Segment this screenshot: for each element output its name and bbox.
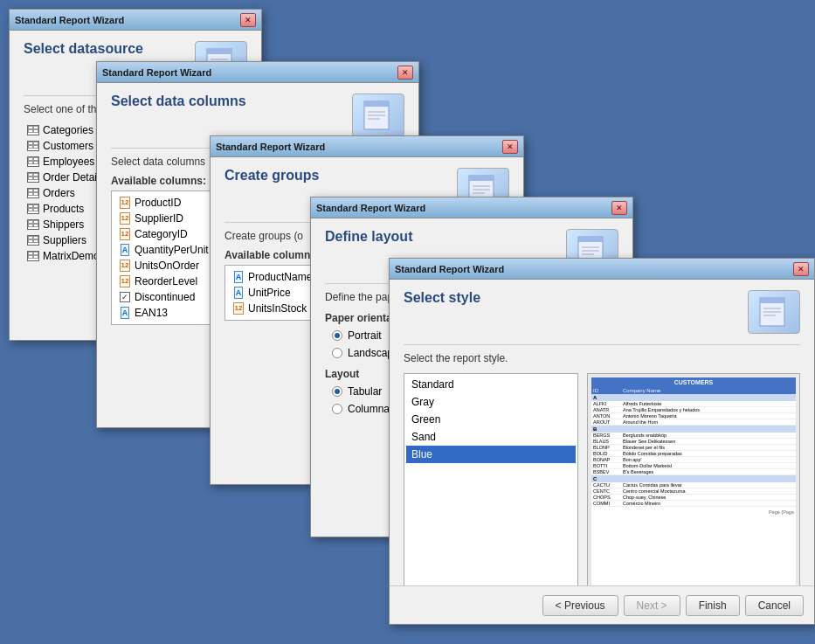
style-name: Green: [411, 413, 440, 426]
win5-footer: < Previous Next > Finish Cancel: [390, 585, 814, 624]
win2-header-icon: [352, 93, 404, 137]
win5-style-list-container: Standard Gray Green Sand Blue: [404, 373, 578, 592]
svg-rect-1: [207, 49, 231, 54]
style-name: Standard: [411, 378, 454, 391]
preview-row: CACTUCactus Comidas para llevar: [591, 482, 796, 488]
preview-row: ANTONAntonio Moreno Taquería: [591, 413, 796, 419]
preview-row: CHOPSChop-suey, Chinese: [591, 495, 796, 501]
preview-row: ANATRAna Trujillo Emparedados y helados: [591, 407, 796, 413]
table-name: Categories: [43, 124, 93, 136]
table-icon: [27, 171, 39, 184]
preview-group-a: A: [591, 394, 796, 401]
table-name: Shippers: [43, 218, 84, 231]
win5-description: Select the report style.: [404, 352, 800, 364]
win1-title: Standard Report Wizard: [15, 15, 124, 25]
svg-rect-11: [469, 176, 494, 181]
table-name: Orders: [43, 187, 75, 199]
style-item-sand[interactable]: Sand: [406, 428, 576, 446]
win1-titlebar: Standard Report Wizard ✕: [10, 10, 261, 31]
table-icon: [27, 203, 39, 215]
svg-rect-21: [760, 298, 784, 303]
preview-row: BONAPBon app': [591, 457, 796, 463]
column-name: SupplierID: [135, 212, 183, 225]
column-name: UnitsOnOrder: [135, 260, 199, 272]
field-icon: 12: [232, 302, 245, 315]
field-icon: 12: [119, 228, 131, 240]
win4-close-btn[interactable]: ✕: [611, 201, 627, 215]
field-icon: 12: [119, 260, 131, 272]
win2-heading: Select data columns: [111, 93, 246, 109]
column-name: EAN13: [135, 307, 168, 319]
preview-col-header: ID Company Name: [591, 387, 796, 394]
columnar-label: Columnar: [348, 403, 393, 415]
preview-group-c: C: [591, 475, 796, 482]
report-icon: [756, 296, 791, 328]
preview-row: BOLIDBólido Comidas preparadas: [591, 451, 796, 457]
preview-row: BLONPBlondeset per el fils: [591, 445, 796, 451]
table-name: Suppliers: [43, 234, 86, 246]
tabular-radio-btn[interactable]: [332, 386, 342, 397]
win5-preview-inner: CUSTOMERS ID Company Name A ALFKIAlfreds…: [591, 377, 796, 587]
table-icon: [27, 124, 39, 136]
column-name: ReorderLevel: [135, 275, 197, 287]
win1-controls: ✕: [240, 13, 256, 27]
win3-heading: Create groups: [224, 168, 319, 184]
win5-style-list: Standard Gray Green Sand Blue: [404, 373, 578, 592]
column-name: QuantityPerUnit: [135, 244, 209, 256]
win5-titlebar: Standard Report Wizard ✕: [390, 259, 814, 280]
previous-button[interactable]: < Previous: [542, 595, 618, 616]
table-icon: [27, 218, 39, 231]
style-name: Blue: [411, 448, 432, 460]
win4-controls: ✕: [611, 201, 627, 215]
column-name: UnitPrice: [248, 287, 291, 299]
win3-close-btn[interactable]: ✕: [502, 140, 518, 154]
win2-close-btn[interactable]: ✕: [397, 66, 413, 80]
style-item-standard[interactable]: Standard: [406, 376, 576, 393]
win1-close-btn[interactable]: ✕: [240, 13, 256, 27]
win5-main-area: Standard Gray Green Sand Blue: [404, 373, 800, 592]
field-icon: 12: [119, 275, 131, 287]
win5-controls: ✕: [793, 262, 809, 276]
win5-title: Standard Report Wizard: [395, 264, 504, 274]
win2-titlebar: Standard Report Wizard ✕: [97, 62, 418, 83]
style-item-gray[interactable]: Gray: [406, 393, 576, 411]
col-id: ID: [593, 388, 619, 393]
win5-header-icon: [748, 290, 800, 334]
col-company: Company Name: [623, 388, 660, 393]
column-name: ProductName: [248, 271, 312, 283]
win3-titlebar: Standard Report Wizard ✕: [211, 136, 523, 157]
win2-header: Select data columns: [111, 93, 404, 137]
win5-separator: [404, 344, 800, 345]
checkbox-field-icon: ✓: [119, 291, 131, 303]
win2-title: Standard Report Wizard: [102, 67, 211, 78]
style-item-green[interactable]: Green: [406, 411, 576, 428]
preview-row: BERGSBerglunds snabbköp: [591, 433, 796, 439]
report-icon: [361, 100, 396, 131]
next-button[interactable]: Next >: [624, 595, 680, 616]
table-name: Employees: [43, 156, 94, 168]
preview-footer: Page {Page: [591, 509, 796, 516]
table-icon: [27, 156, 39, 168]
table-name: Order Detail: [43, 171, 100, 184]
finish-button[interactable]: Finish: [686, 595, 740, 616]
portrait-radio-btn[interactable]: [332, 330, 342, 341]
field-icon: A: [232, 287, 245, 299]
style-item-blue[interactable]: Blue: [406, 446, 576, 463]
landscape-radio-btn[interactable]: [332, 348, 342, 358]
preview-row: BOTTIBottom-Dollar Marketsl: [591, 463, 796, 469]
table-icon: [27, 234, 39, 246]
win2-controls: ✕: [397, 66, 413, 80]
preview-row: COMMIComércio Mineiro: [591, 501, 796, 507]
cancel-button[interactable]: Cancel: [745, 595, 804, 616]
win5-close-btn[interactable]: ✕: [793, 262, 809, 276]
field-icon: A: [119, 244, 131, 256]
win5-preview-box: CUSTOMERS ID Company Name A ALFKIAlfreds…: [587, 373, 800, 592]
svg-rect-16: [578, 237, 603, 242]
win5-select-style: Standard Report Wizard ✕ Select style Se…: [389, 258, 815, 625]
columnar-radio-btn[interactable]: [332, 404, 342, 414]
table-icon: [27, 250, 39, 262]
preview-row: CENTCCentro comercial Moctezuma: [591, 488, 796, 495]
win5-content: Select style Select the report style. St…: [390, 280, 814, 624]
preview-row: AROUTAround the Horn: [591, 419, 796, 426]
field-icon: A: [119, 307, 131, 319]
